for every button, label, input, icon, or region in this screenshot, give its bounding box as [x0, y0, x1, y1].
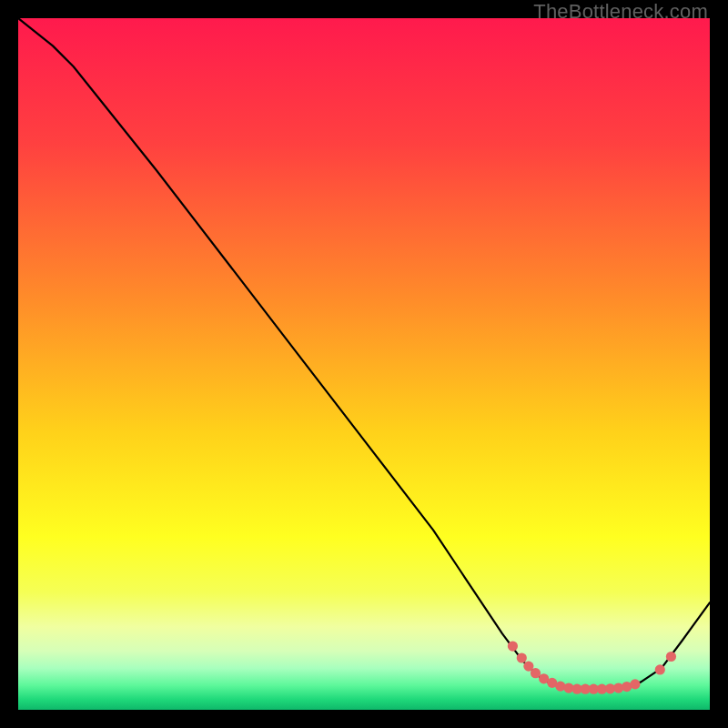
data-marker [531, 668, 541, 678]
chart-container: TheBottleneck.com [0, 0, 728, 728]
data-marker [666, 652, 676, 662]
chart-background [18, 18, 710, 710]
data-marker [517, 652, 527, 662]
data-marker [630, 679, 640, 689]
bottleneck-chart [18, 18, 710, 710]
data-marker [655, 664, 665, 674]
data-marker [508, 641, 518, 651]
